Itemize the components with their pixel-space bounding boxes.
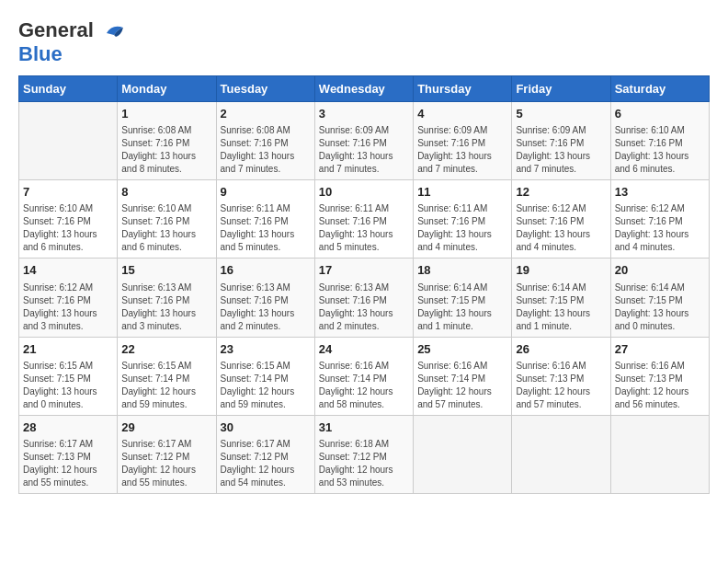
calendar-cell: 8Sunrise: 6:10 AM Sunset: 7:16 PM Daylig… [118, 180, 216, 259]
header-day-sunday: Sunday [19, 76, 118, 102]
calendar-cell: 31Sunrise: 6:18 AM Sunset: 7:12 PM Dayli… [314, 415, 413, 493]
day-info: Sunrise: 6:13 AM Sunset: 7:16 PM Dayligh… [121, 282, 211, 333]
day-number: 17 [319, 262, 409, 279]
day-number: 5 [516, 106, 606, 122]
calendar-cell: 14Sunrise: 6:12 AM Sunset: 7:16 PM Dayli… [19, 259, 118, 337]
day-number: 9 [221, 184, 311, 201]
day-number: 29 [121, 419, 211, 436]
day-number: 24 [319, 341, 409, 358]
day-info: Sunrise: 6:16 AM Sunset: 7:13 PM Dayligh… [516, 360, 606, 411]
day-info: Sunrise: 6:13 AM Sunset: 7:16 PM Dayligh… [221, 282, 311, 333]
day-info: Sunrise: 6:10 AM Sunset: 7:16 PM Dayligh… [23, 202, 113, 254]
calendar-cell: 10Sunrise: 6:11 AM Sunset: 7:16 PM Dayli… [314, 180, 413, 259]
calendar-cell: 17Sunrise: 6:13 AM Sunset: 7:16 PM Dayli… [314, 259, 413, 337]
day-info: Sunrise: 6:16 AM Sunset: 7:14 PM Dayligh… [417, 360, 507, 411]
day-number: 16 [221, 262, 311, 279]
calendar-cell [610, 415, 709, 493]
day-number: 31 [319, 419, 409, 436]
header-day-saturday: Saturday [610, 76, 709, 102]
calendar-cell: 11Sunrise: 6:11 AM Sunset: 7:16 PM Dayli… [414, 180, 512, 259]
logo-bird-icon [97, 20, 127, 40]
day-number: 10 [319, 184, 409, 201]
day-info: Sunrise: 6:16 AM Sunset: 7:14 PM Dayligh… [319, 360, 409, 411]
calendar-cell: 4Sunrise: 6:09 AM Sunset: 7:16 PM Daylig… [414, 102, 512, 180]
calendar-cell: 18Sunrise: 6:14 AM Sunset: 7:15 PM Dayli… [414, 259, 512, 337]
calendar-cell: 3Sunrise: 6:09 AM Sunset: 7:16 PM Daylig… [314, 102, 413, 180]
day-number: 25 [417, 341, 507, 358]
calendar-week-row: 1Sunrise: 6:08 AM Sunset: 7:16 PM Daylig… [19, 102, 710, 180]
day-number: 18 [417, 262, 507, 279]
day-info: Sunrise: 6:12 AM Sunset: 7:16 PM Dayligh… [516, 202, 606, 254]
day-number: 20 [615, 262, 705, 279]
day-number: 26 [516, 341, 606, 358]
day-info: Sunrise: 6:09 AM Sunset: 7:16 PM Dayligh… [319, 124, 409, 176]
day-number: 8 [121, 184, 211, 201]
day-number: 28 [23, 419, 113, 436]
calendar-cell: 22Sunrise: 6:15 AM Sunset: 7:14 PM Dayli… [118, 337, 216, 415]
day-info: Sunrise: 6:14 AM Sunset: 7:15 PM Dayligh… [615, 282, 705, 333]
calendar-cell: 7Sunrise: 6:10 AM Sunset: 7:16 PM Daylig… [19, 180, 118, 259]
day-info: Sunrise: 6:08 AM Sunset: 7:16 PM Dayligh… [221, 124, 311, 176]
day-info: Sunrise: 6:10 AM Sunset: 7:16 PM Dayligh… [615, 124, 705, 176]
day-info: Sunrise: 6:11 AM Sunset: 7:16 PM Dayligh… [417, 202, 507, 254]
header-day-thursday: Thursday [414, 76, 512, 102]
day-info: Sunrise: 6:08 AM Sunset: 7:16 PM Dayligh… [121, 124, 211, 176]
day-info: Sunrise: 6:11 AM Sunset: 7:16 PM Dayligh… [221, 202, 311, 254]
calendar-cell: 20Sunrise: 6:14 AM Sunset: 7:15 PM Dayli… [610, 259, 709, 337]
day-info: Sunrise: 6:15 AM Sunset: 7:14 PM Dayligh… [121, 360, 211, 411]
logo: General Blue [18, 18, 127, 66]
day-info: Sunrise: 6:14 AM Sunset: 7:15 PM Dayligh… [417, 282, 507, 333]
day-info: Sunrise: 6:10 AM Sunset: 7:16 PM Dayligh… [121, 202, 211, 254]
calendar-cell [512, 415, 610, 493]
day-info: Sunrise: 6:15 AM Sunset: 7:15 PM Dayligh… [23, 360, 113, 411]
day-number: 7 [23, 184, 113, 201]
day-number: 2 [221, 106, 311, 122]
day-number: 22 [121, 341, 211, 358]
day-number: 3 [319, 106, 409, 122]
calendar-table: SundayMondayTuesdayWednesdayThursdayFrid… [18, 75, 710, 494]
calendar-cell: 5Sunrise: 6:09 AM Sunset: 7:16 PM Daylig… [512, 102, 610, 180]
calendar-cell: 29Sunrise: 6:17 AM Sunset: 7:12 PM Dayli… [118, 415, 216, 493]
day-info: Sunrise: 6:17 AM Sunset: 7:13 PM Dayligh… [23, 438, 113, 489]
day-info: Sunrise: 6:09 AM Sunset: 7:16 PM Dayligh… [516, 124, 606, 176]
day-number: 11 [417, 184, 507, 201]
calendar-cell [414, 415, 512, 493]
day-number: 12 [516, 184, 606, 201]
calendar-cell: 12Sunrise: 6:12 AM Sunset: 7:16 PM Dayli… [512, 180, 610, 259]
calendar-week-row: 28Sunrise: 6:17 AM Sunset: 7:13 PM Dayli… [19, 415, 710, 493]
calendar-cell: 6Sunrise: 6:10 AM Sunset: 7:16 PM Daylig… [610, 102, 709, 180]
day-info: Sunrise: 6:16 AM Sunset: 7:13 PM Dayligh… [615, 360, 705, 411]
header-day-wednesday: Wednesday [314, 76, 413, 102]
day-number: 15 [121, 262, 211, 279]
day-number: 23 [221, 341, 311, 358]
day-number: 21 [23, 341, 113, 358]
day-info: Sunrise: 6:12 AM Sunset: 7:16 PM Dayligh… [615, 202, 705, 254]
calendar-cell: 23Sunrise: 6:15 AM Sunset: 7:14 PM Dayli… [216, 337, 314, 415]
day-info: Sunrise: 6:12 AM Sunset: 7:16 PM Dayligh… [23, 282, 113, 333]
calendar-cell: 27Sunrise: 6:16 AM Sunset: 7:13 PM Dayli… [610, 337, 709, 415]
calendar-cell: 15Sunrise: 6:13 AM Sunset: 7:16 PM Dayli… [118, 259, 216, 337]
calendar-cell: 19Sunrise: 6:14 AM Sunset: 7:15 PM Dayli… [512, 259, 610, 337]
day-info: Sunrise: 6:15 AM Sunset: 7:14 PM Dayligh… [221, 360, 311, 411]
header-day-monday: Monday [118, 76, 216, 102]
calendar-week-row: 7Sunrise: 6:10 AM Sunset: 7:16 PM Daylig… [19, 180, 710, 259]
calendar-cell: 21Sunrise: 6:15 AM Sunset: 7:15 PM Dayli… [19, 337, 118, 415]
day-info: Sunrise: 6:09 AM Sunset: 7:16 PM Dayligh… [417, 124, 507, 176]
calendar-week-row: 14Sunrise: 6:12 AM Sunset: 7:16 PM Dayli… [19, 259, 710, 337]
day-number: 6 [615, 106, 705, 122]
calendar-cell [19, 102, 118, 180]
day-info: Sunrise: 6:14 AM Sunset: 7:15 PM Dayligh… [516, 282, 606, 333]
day-info: Sunrise: 6:17 AM Sunset: 7:12 PM Dayligh… [221, 438, 311, 489]
day-number: 19 [516, 262, 606, 279]
day-number: 1 [121, 106, 211, 122]
header-day-friday: Friday [512, 76, 610, 102]
day-number: 13 [615, 184, 705, 201]
logo-blue-text: Blue [18, 42, 63, 65]
calendar-cell: 30Sunrise: 6:17 AM Sunset: 7:12 PM Dayli… [216, 415, 314, 493]
calendar-cell: 1Sunrise: 6:08 AM Sunset: 7:16 PM Daylig… [118, 102, 216, 180]
day-info: Sunrise: 6:13 AM Sunset: 7:16 PM Dayligh… [319, 282, 409, 333]
calendar-cell: 26Sunrise: 6:16 AM Sunset: 7:13 PM Dayli… [512, 337, 610, 415]
day-number: 14 [23, 262, 113, 279]
day-number: 4 [417, 106, 507, 122]
calendar-cell: 16Sunrise: 6:13 AM Sunset: 7:16 PM Dayli… [216, 259, 314, 337]
